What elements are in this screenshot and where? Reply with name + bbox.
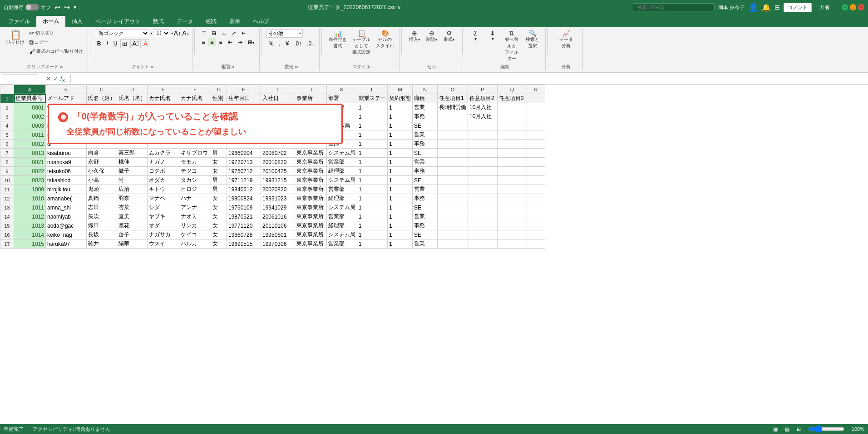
cell-11-G[interactable]: 男 bbox=[211, 185, 227, 194]
cell-17-K[interactable]: 営業部 bbox=[327, 239, 357, 249]
cell-4-B[interactable]: le bbox=[46, 121, 87, 130]
find-select-button[interactable]: 🔍 検索と選択 bbox=[523, 29, 542, 50]
cell-8-F[interactable]: モモカ bbox=[179, 158, 211, 167]
cell-14-A[interactable]: 1012 bbox=[14, 212, 46, 221]
sort-filter-button[interactable]: ⇅ 並べ替えとフィルター bbox=[502, 29, 522, 63]
tab-pagelayout[interactable]: ページ レイアウト bbox=[89, 16, 147, 27]
col-header-C[interactable]: C bbox=[87, 85, 117, 94]
header-cell-R[interactable] bbox=[527, 94, 545, 103]
font-size-select[interactable]: 11 bbox=[153, 29, 170, 37]
cell-9-I[interactable]: 20100425 bbox=[261, 167, 295, 176]
cell-17-Q[interactable] bbox=[498, 239, 527, 249]
cell-10-N[interactable]: SE bbox=[413, 176, 438, 185]
cell-12-E[interactable]: マナベ bbox=[148, 194, 179, 203]
cell-13-N[interactable]: SE bbox=[413, 203, 438, 212]
ribbon-collapse-icon[interactable]: ⊟ bbox=[774, 4, 780, 11]
row-header-17[interactable]: 17 bbox=[0, 239, 14, 249]
cell-5-J[interactable] bbox=[295, 130, 327, 140]
cell-10-J[interactable]: 東京事業所 bbox=[295, 176, 327, 185]
cell-2-E[interactable]: ミズグチ bbox=[148, 103, 179, 112]
cell-6-G[interactable] bbox=[211, 140, 227, 149]
cell-14-M[interactable]: 1 bbox=[388, 212, 413, 221]
tab-help[interactable]: ヘルプ bbox=[247, 16, 276, 27]
format-cell-button[interactable]: ⚙ 書式▾ bbox=[441, 29, 457, 44]
cell-15-C[interactable]: 織田 bbox=[87, 221, 117, 230]
autosave-toggle[interactable] bbox=[25, 4, 39, 10]
insert-cell-button[interactable]: ⊕ 挿入▾ bbox=[406, 29, 423, 44]
font-name-select[interactable]: 游ゴシック bbox=[95, 29, 149, 37]
cell-6-O[interactable] bbox=[438, 140, 468, 149]
align-right-button[interactable]: ≡ bbox=[217, 38, 225, 46]
cell-style-button[interactable]: 🎨 セルのスタイル bbox=[374, 29, 396, 50]
header-cell-A[interactable]: 従業員番号 bbox=[14, 94, 46, 103]
cell-9-J[interactable]: 東京事業所 bbox=[295, 167, 327, 176]
header-cell-D[interactable]: 氏名（名） bbox=[117, 94, 148, 103]
cell-7-E[interactable]: ムカクラ bbox=[148, 149, 179, 158]
cell-4-G[interactable] bbox=[211, 121, 227, 130]
cell-4-E[interactable] bbox=[148, 121, 179, 130]
cell-12-C[interactable]: 真鍋 bbox=[87, 194, 117, 203]
cell-14-Q[interactable] bbox=[498, 212, 527, 221]
cell-8-E[interactable]: ナガノ bbox=[148, 158, 179, 167]
cell-15-N[interactable]: 事務 bbox=[413, 221, 438, 230]
cell-8-O[interactable] bbox=[438, 158, 468, 167]
cell-4-J[interactable] bbox=[295, 121, 327, 130]
function-icon[interactable]: 𝑓x bbox=[60, 74, 65, 83]
cell-11-L[interactable]: 1 bbox=[357, 185, 388, 194]
col-header-F[interactable]: F bbox=[179, 85, 211, 94]
cell-17-A[interactable]: 1015 bbox=[14, 239, 46, 249]
decrease-indent-button[interactable]: ⇤ bbox=[226, 38, 235, 46]
fill-color-icon[interactable]: A⃝ bbox=[130, 39, 140, 48]
fill-button[interactable]: ⬇ ▾ bbox=[484, 29, 501, 42]
cell-9-F[interactable]: テツコ bbox=[179, 167, 211, 176]
cell-13-M[interactable]: 1 bbox=[388, 203, 413, 212]
cell-4-I[interactable] bbox=[261, 121, 295, 130]
tab-formula[interactable]: 数式 bbox=[147, 16, 170, 27]
col-header-K[interactable]: K bbox=[327, 85, 357, 94]
close-button[interactable]: × bbox=[858, 4, 864, 10]
cell-7-H[interactable]: 19660204 bbox=[227, 149, 261, 158]
cell-8-R[interactable] bbox=[527, 158, 545, 167]
cell-9-B[interactable]: tetsuko06 bbox=[46, 167, 87, 176]
cancel-icon[interactable]: ✕ bbox=[46, 75, 51, 82]
cell-15-M[interactable]: 1 bbox=[388, 221, 413, 230]
cell-8-J[interactable]: 東京事業所 bbox=[295, 158, 327, 167]
cell-13-K[interactable]: システム局 bbox=[327, 203, 357, 212]
cell-12-D[interactable]: 羽奈 bbox=[117, 194, 148, 203]
cell-16-R[interactable] bbox=[527, 230, 545, 239]
cell-4-R[interactable] bbox=[527, 121, 545, 130]
delete-cell-button[interactable]: ⊖ 削除▾ bbox=[424, 29, 440, 44]
tab-home[interactable]: ホーム bbox=[36, 16, 65, 27]
cell-3-F[interactable] bbox=[179, 112, 211, 121]
cell-15-D[interactable]: 凛花 bbox=[117, 221, 148, 230]
cell-2-I[interactable]: 20000124 bbox=[261, 103, 295, 112]
row-header-5[interactable]: 5 bbox=[0, 130, 14, 140]
percent-button[interactable]: % bbox=[266, 40, 276, 48]
cell-15-G[interactable]: 女 bbox=[211, 221, 227, 230]
cell-17-E[interactable]: ウスイ bbox=[148, 239, 179, 249]
cell-4-C[interactable] bbox=[87, 121, 117, 130]
zoom-slider[interactable] bbox=[808, 425, 844, 433]
cell-7-B[interactable]: kisaburou bbox=[46, 149, 87, 158]
cell-2-N[interactable]: 営業 bbox=[413, 103, 438, 112]
underline-button[interactable]: U bbox=[111, 40, 120, 48]
confirm-icon[interactable]: ✓ bbox=[53, 75, 59, 82]
cell-7-M[interactable]: 1 bbox=[388, 149, 413, 158]
text-angle-button[interactable]: ↗ bbox=[229, 29, 238, 37]
cell-12-J[interactable]: 東京事業所 bbox=[295, 194, 327, 203]
cell-4-N[interactable]: SE bbox=[413, 121, 438, 130]
cell-14-H[interactable]: 19870521 bbox=[227, 212, 261, 221]
cell-14-K[interactable]: 営業部 bbox=[327, 212, 357, 221]
cell-13-R[interactable] bbox=[527, 203, 545, 212]
cell-4-F[interactable] bbox=[179, 121, 211, 130]
cell-7-F[interactable]: キサブロウ bbox=[179, 149, 211, 158]
cell-5-N[interactable]: 営業 bbox=[413, 130, 438, 140]
cell-5-R[interactable] bbox=[527, 130, 545, 140]
cell-3-Q[interactable] bbox=[498, 112, 527, 121]
row-header-11[interactable]: 11 bbox=[0, 185, 14, 194]
cell-6-K[interactable]: 巨部 bbox=[327, 140, 357, 149]
cell-2-O[interactable]: 長時間労働 bbox=[438, 103, 468, 112]
cell-5-P[interactable] bbox=[468, 130, 498, 140]
cell-6-J[interactable] bbox=[295, 140, 327, 149]
cell-7-J[interactable]: 東京事業所 bbox=[295, 149, 327, 158]
